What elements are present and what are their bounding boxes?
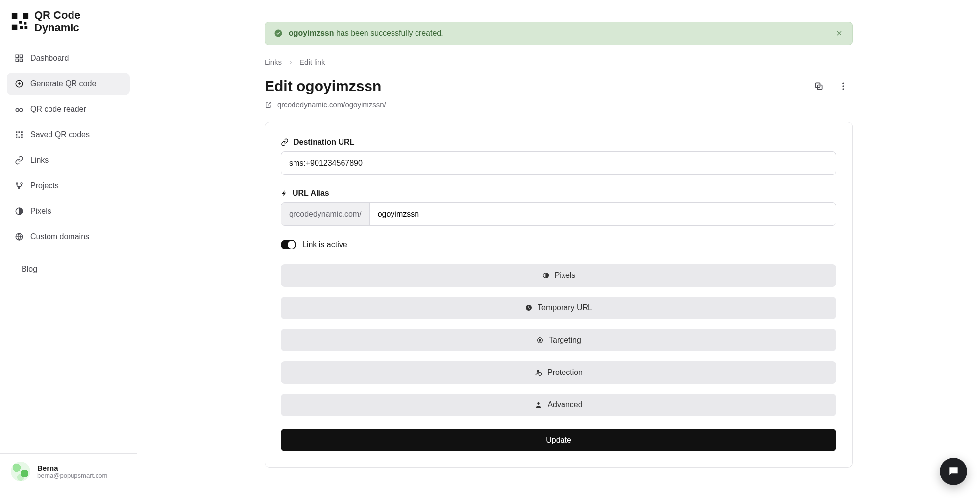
section-advanced-button[interactable]: Advanced bbox=[281, 394, 836, 416]
svg-rect-1 bbox=[23, 13, 28, 19]
sidebar-item-dashboard[interactable]: Dashboard bbox=[7, 47, 130, 70]
sidebar-user[interactable]: Berna berna@popupsmart.com bbox=[0, 453, 137, 489]
section-label: Targeting bbox=[549, 336, 581, 345]
main-content: ogoyimzssn has been successfully created… bbox=[137, 0, 980, 498]
sidebar-item-qr-reader[interactable]: QR code reader bbox=[7, 98, 130, 121]
breadcrumb-root[interactable]: Links bbox=[265, 58, 282, 66]
success-alert: ogoyimzssn has been successfully created… bbox=[265, 22, 853, 45]
sidebar-item-generate-qr[interactable]: Generate QR code bbox=[7, 73, 130, 95]
short-url-row: qrcodedynamic.com/ogoyimzssn/ bbox=[265, 100, 853, 109]
breadcrumb-current: Edit link bbox=[299, 58, 325, 66]
sidebar-item-links[interactable]: Links bbox=[7, 149, 130, 172]
section-temporary-url-button[interactable]: Temporary URL bbox=[281, 297, 836, 319]
link-icon bbox=[15, 156, 24, 165]
alert-subject: ogoyimzssn bbox=[289, 29, 334, 37]
avatar bbox=[11, 462, 30, 481]
svg-rect-8 bbox=[20, 55, 23, 57]
chat-widget-button[interactable] bbox=[940, 458, 967, 485]
svg-point-40 bbox=[539, 339, 541, 341]
update-button[interactable]: Update bbox=[281, 429, 836, 451]
svg-rect-3 bbox=[19, 21, 22, 24]
section-label: Advanced bbox=[547, 400, 582, 409]
svg-point-26 bbox=[19, 187, 20, 189]
pixels-icon bbox=[15, 207, 24, 216]
sidebar-item-label: QR code reader bbox=[30, 105, 86, 114]
chat-icon bbox=[947, 465, 960, 478]
svg-rect-9 bbox=[16, 59, 18, 62]
sidebar-item-saved-qr[interactable]: Saved QR codes bbox=[7, 124, 130, 146]
alert-message: has been successfully created. bbox=[334, 29, 443, 37]
sidebar-item-label: Pixels bbox=[30, 207, 51, 216]
svg-point-15 bbox=[20, 109, 23, 112]
destination-url-field: Destination URL bbox=[281, 138, 836, 175]
svg-point-34 bbox=[842, 83, 844, 84]
section-label: Pixels bbox=[555, 271, 576, 280]
user-name: Berna bbox=[37, 464, 107, 472]
app-logo[interactable]: QR Code Dynamic bbox=[0, 9, 137, 43]
sidebar-item-label: Projects bbox=[30, 181, 59, 190]
user-email: berna@popupsmart.com bbox=[37, 472, 107, 479]
copy-link-button[interactable] bbox=[809, 77, 828, 96]
sidebar: QR Code Dynamic Dashboard Generate QR co… bbox=[0, 0, 137, 498]
branch-icon bbox=[15, 181, 24, 190]
sidebar-item-projects[interactable]: Projects bbox=[7, 174, 130, 197]
svg-rect-10 bbox=[20, 59, 23, 62]
svg-rect-18 bbox=[21, 131, 23, 133]
svg-rect-23 bbox=[21, 137, 23, 138]
url-alias-field: URL Alias qrcodedynamic.com/ bbox=[281, 189, 836, 226]
section-label: Protection bbox=[547, 368, 583, 377]
svg-rect-17 bbox=[19, 131, 20, 133]
svg-rect-19 bbox=[16, 134, 17, 136]
url-alias-label: URL Alias bbox=[293, 189, 329, 198]
user-shield-icon bbox=[535, 369, 542, 376]
svg-rect-20 bbox=[21, 134, 23, 136]
sidebar-item-label: Custom domains bbox=[30, 232, 89, 241]
svg-point-29 bbox=[275, 30, 282, 37]
sidebar-item-label: Saved QR codes bbox=[30, 130, 90, 139]
section-protection-button[interactable]: Protection bbox=[281, 361, 836, 384]
chevron-right-icon bbox=[288, 59, 294, 65]
copy-icon bbox=[814, 81, 824, 91]
svg-point-41 bbox=[537, 370, 539, 373]
alert-close-button[interactable] bbox=[835, 29, 843, 37]
link-active-toggle[interactable] bbox=[281, 240, 296, 249]
svg-rect-22 bbox=[19, 137, 20, 138]
sidebar-item-blog[interactable]: Blog bbox=[7, 258, 130, 280]
destination-url-input[interactable] bbox=[281, 151, 836, 175]
target-icon bbox=[536, 336, 544, 344]
svg-rect-21 bbox=[16, 137, 17, 138]
more-menu-button[interactable] bbox=[834, 77, 853, 96]
destination-url-label: Destination URL bbox=[294, 138, 354, 147]
svg-point-36 bbox=[842, 88, 844, 90]
svg-point-25 bbox=[21, 183, 22, 184]
url-alias-input[interactable] bbox=[370, 203, 836, 225]
sidebar-item-label: Generate QR code bbox=[30, 79, 96, 88]
link-icon bbox=[281, 138, 289, 146]
pixels-icon bbox=[542, 272, 550, 279]
svg-point-14 bbox=[16, 109, 19, 112]
page-title: Edit ogoyimzssn bbox=[265, 78, 381, 95]
external-link-icon bbox=[265, 101, 272, 109]
sidebar-item-label: Links bbox=[30, 156, 49, 165]
svg-point-42 bbox=[538, 402, 540, 405]
section-label: Temporary URL bbox=[538, 303, 592, 312]
svg-rect-16 bbox=[16, 131, 17, 133]
svg-point-24 bbox=[16, 183, 18, 184]
sidebar-item-label: Dashboard bbox=[30, 54, 69, 63]
clock-icon bbox=[525, 304, 533, 312]
svg-rect-7 bbox=[16, 55, 18, 57]
check-circle-icon bbox=[274, 29, 283, 38]
more-vertical-icon bbox=[838, 81, 848, 91]
sidebar-item-pixels[interactable]: Pixels bbox=[7, 200, 130, 223]
short-url-text[interactable]: qrcodedynamic.com/ogoyimzssn/ bbox=[277, 100, 386, 109]
section-pixels-button[interactable]: Pixels bbox=[281, 264, 836, 287]
breadcrumb: Links Edit link bbox=[265, 58, 853, 66]
svg-rect-5 bbox=[20, 26, 23, 29]
sidebar-item-custom-domains[interactable]: Custom domains bbox=[7, 225, 130, 248]
user-cog-icon bbox=[535, 401, 542, 409]
link-active-label: Link is active bbox=[302, 240, 347, 249]
sidebar-nav: Dashboard Generate QR code QR code reade… bbox=[0, 43, 137, 453]
section-targeting-button[interactable]: Targeting bbox=[281, 329, 836, 351]
glasses-icon bbox=[15, 105, 24, 114]
svg-point-35 bbox=[842, 85, 844, 87]
